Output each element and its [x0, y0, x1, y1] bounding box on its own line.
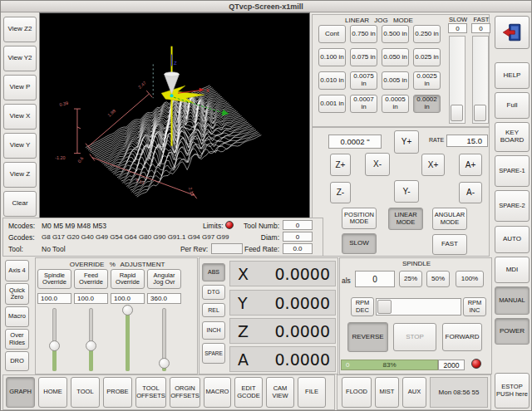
spindle-25pct-button[interactable]: 25%	[399, 271, 422, 287]
jog-increment-button[interactable]: 0.005 in	[382, 71, 409, 90]
view-z2-button[interactable]: View Z2	[3, 17, 37, 42]
jog-slow-button[interactable]: SLOW	[342, 233, 377, 254]
dro-mode-spare[interactable]: SPARE	[202, 343, 225, 364]
view-y2-button[interactable]: View Y2	[3, 46, 37, 71]
jog-increment-button[interactable]: 0.500 in	[382, 25, 409, 43]
dro-mode-inch[interactable]: INCH	[202, 321, 225, 340]
help-button[interactable]: HELP	[495, 62, 530, 89]
jog-increment-button[interactable]: 0.0025 in	[413, 71, 441, 90]
spindle-forward-button[interactable]: FORWARD	[442, 323, 482, 351]
position-mode-button[interactable]: POSITION MODE	[342, 208, 377, 229]
tab-quick-zero[interactable]: Quick Zero	[5, 283, 29, 305]
jog-z-plus-button[interactable]: Z+	[330, 154, 351, 176]
rpm-inc-button[interactable]: RPM INC	[463, 297, 486, 316]
aux-button[interactable]: AUX	[402, 377, 426, 408]
tab-graph[interactable]: GRAPH	[6, 377, 35, 408]
auto-button[interactable]: AUTO	[495, 226, 530, 253]
tab-tool-offsets[interactable]: TOOL OFFSETS	[135, 377, 166, 408]
tab-axis-4[interactable]: Axis 4	[5, 260, 29, 281]
jog-increment-button[interactable]: 0.001 in	[318, 95, 346, 113]
feed-override-label[interactable]: Feed Override	[74, 269, 108, 289]
dro-mode-dtg[interactable]: DTG	[202, 285, 225, 300]
spare-2-button[interactable]: SPARE-2	[495, 190, 530, 222]
tab-macro[interactable]: Macro	[5, 306, 29, 327]
spindle-stop-button[interactable]: STOP	[393, 323, 436, 351]
jog-increment-button[interactable]: 0.100 in	[318, 48, 346, 66]
jog-a-minus-button[interactable]: A-	[459, 182, 482, 203]
power-button[interactable]: POWER	[495, 318, 530, 345]
tab-edit-gcode[interactable]: EDIT GCODE	[234, 377, 263, 408]
svg-text:1.98: 1.98	[106, 108, 116, 117]
fast-jog-slider-handle[interactable]	[474, 105, 486, 121]
window-titlebar[interactable]: QTvcp-Screen-x1mill	[1, 1, 531, 12]
backplot-view[interactable]: 0.39 -1.20 0.6 1.98 2.47 4.13 2.13 Z	[39, 12, 310, 218]
rpm-dec-button[interactable]: RPM DEC	[351, 297, 374, 316]
clear-plot-button[interactable]: Clear	[3, 191, 37, 217]
slow-jog-slider[interactable]	[449, 36, 466, 124]
dro-mode-rel[interactable]: REL	[202, 303, 225, 317]
tab-cam-view[interactable]: CAM VIEW	[266, 377, 294, 408]
jog-increment-button-selected[interactable]: 0.0002 in	[413, 95, 441, 113]
slow-jog-slider-handle[interactable]	[451, 105, 463, 121]
estop-button[interactable]: ESTOP PUSH here	[495, 373, 530, 409]
jog-y-plus-button[interactable]: Y+	[394, 130, 419, 154]
tab-tool[interactable]: TOOL	[71, 377, 100, 408]
jog-increment-button[interactable]: 0.0005 in	[382, 95, 409, 113]
mist-button[interactable]: MIST	[375, 377, 399, 408]
manual-button[interactable]: MANUAL	[495, 286, 530, 315]
tab-over-rides[interactable]: Over Rides	[5, 329, 29, 350]
spindle-rpm-setting[interactable]: 2000	[438, 360, 465, 370]
tab-probe[interactable]: PROBE	[103, 377, 132, 408]
full-button[interactable]: Full	[495, 92, 530, 119]
jog-x-plus-button[interactable]: X+	[421, 154, 445, 176]
svg-text:0.39: 0.39	[59, 100, 69, 107]
jog-z-minus-button[interactable]: Z-	[330, 182, 351, 203]
feed-override-value: 100.0	[74, 293, 108, 304]
per-rev-label: Per Rev:	[168, 245, 208, 253]
flood-button[interactable]: FLOOD	[342, 377, 372, 408]
spindle-override-handle[interactable]	[49, 340, 60, 351]
jog-increment-button[interactable]: 0.050 in	[382, 48, 409, 66]
jog-a-plus-button[interactable]: A+	[459, 154, 482, 176]
angular-mode-button[interactable]: ANGULAR MODE	[432, 208, 467, 230]
linear-mode-button[interactable]: LINEAR MODE	[388, 208, 423, 230]
tab-orgin-offsets[interactable]: ORGIN OFFSETS	[170, 377, 200, 408]
view-p-button[interactable]: View P	[3, 75, 37, 100]
exit-button[interactable]	[495, 16, 530, 49]
spindle-reverse-button[interactable]: REVERSE	[347, 322, 388, 352]
tab-file[interactable]: FILE	[298, 377, 326, 408]
spare-1-button[interactable]: SPARE-1	[495, 155, 530, 187]
view-x-button[interactable]: View X	[3, 104, 37, 130]
jog-fast-button[interactable]: FAST	[432, 234, 467, 255]
angular-jog-override-handle[interactable]	[159, 358, 170, 369]
keyboard-button[interactable]: KEY BOARD	[495, 122, 530, 152]
dro-mode-abs[interactable]: ABS	[202, 263, 225, 281]
tool-label: Tool:	[8, 245, 23, 253]
mdi-button[interactable]: MDI	[495, 257, 530, 283]
feed-override-handle[interactable]	[86, 340, 96, 351]
svg-text:2.13: 2.13	[188, 187, 195, 197]
spindle-50pct-button[interactable]: 50%	[426, 271, 450, 287]
tab-macro[interactable]: MACRO	[204, 377, 231, 408]
fast-jog-slider[interactable]	[472, 36, 489, 124]
spindle-override-label[interactable]: Spindle Override	[37, 269, 71, 289]
jog-increment-button[interactable]: 0.250 in	[413, 25, 441, 43]
tab-home[interactable]: HOME	[38, 377, 67, 408]
rpm-slider-handle[interactable]	[377, 300, 392, 314]
jog-increment-button[interactable]: Cont	[318, 25, 346, 43]
jog-increment-button[interactable]: 0.0075 in	[350, 71, 377, 90]
jog-increment-button[interactable]: 0.0007 in	[350, 95, 377, 113]
jog-increment-button[interactable]: 0.075 in	[350, 48, 377, 66]
jog-y-minus-button[interactable]: Y-	[394, 180, 419, 203]
spindle-100pct-button[interactable]: 100%	[456, 271, 484, 287]
angular-jog-override-label[interactable]: Angular Jog Ovr	[147, 269, 181, 289]
jog-increment-button[interactable]: 0.010 in	[318, 71, 346, 90]
jog-increment-button[interactable]: 0.750 in	[350, 25, 377, 43]
rapid-override-label[interactable]: Rapid Override	[111, 269, 145, 289]
jog-increment-button[interactable]: 0.025 in	[413, 48, 441, 66]
view-z-button[interactable]: View Z	[3, 162, 37, 188]
view-y-button[interactable]: View Y	[3, 133, 37, 159]
rapid-override-handle[interactable]	[122, 305, 133, 316]
tab-dro[interactable]: DRO	[5, 351, 29, 371]
jog-x-minus-button[interactable]: X-	[365, 153, 390, 176]
